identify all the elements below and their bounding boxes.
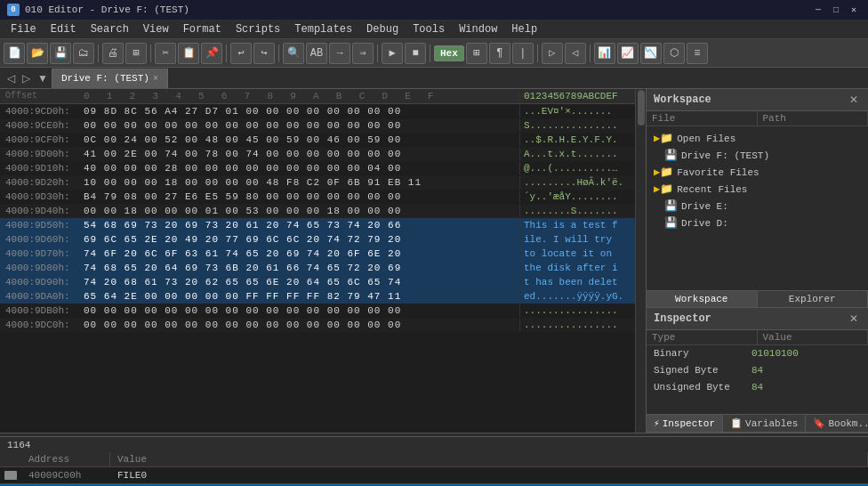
undo-button[interactable]: ↩ <box>230 43 252 64</box>
menu-window[interactable]: Window <box>452 21 504 37</box>
toolbar-separator-7 <box>537 45 538 62</box>
find-button[interactable]: 🔍 <box>283 43 304 64</box>
hex-bytes: 74 6F 20 6C 6F 63 61 74 65 20 69 74 20 6… <box>80 247 519 260</box>
find-value: FILE0 <box>110 469 868 482</box>
compare-button[interactable]: ⊞ <box>125 43 147 64</box>
tree-drive-e[interactable]: 💾 Drive E: <box>647 198 868 215</box>
save-all-button[interactable]: 🗂 <box>73 43 94 64</box>
hex-row[interactable]: 4000:9D80h: 74 68 65 20 64 69 73 6B 20 6… <box>0 261 635 275</box>
bookmarks-tab[interactable]: 🔖 Bookm... <box>806 415 868 432</box>
hex-row[interactable]: 4000:9CF0h: 0C 00 24 00 52 00 48 00 45 0… <box>0 133 635 147</box>
chart-btn[interactable]: 📊 <box>594 43 615 64</box>
inspector-columns: Type Value <box>647 330 868 345</box>
format-toggle[interactable]: ¶ <box>489 43 510 64</box>
open-button[interactable]: 📂 <box>27 43 48 64</box>
menu-help[interactable]: Help <box>504 21 544 37</box>
hex-content[interactable]: 4000:9CD0h: 09 8D 8C 56 A4 27 D7 01 00 0… <box>0 104 635 433</box>
hex-row[interactable]: 4000:9D90h: 74 20 68 61 73 20 62 65 65 6… <box>0 275 635 289</box>
hex-row[interactable]: 4000:9D50h: 54 68 69 73 20 69 73 20 61 2… <box>0 218 635 232</box>
new-file-button[interactable]: 📄 <box>4 43 25 64</box>
menu-search[interactable]: Search <box>84 21 136 37</box>
hex-row[interactable]: 4000:9DC0h: 00 00 00 00 00 00 00 00 00 0… <box>0 318 635 332</box>
drive-e-icon: 💾 <box>664 199 678 213</box>
minimize-button[interactable]: ─ <box>811 4 825 16</box>
hex-row[interactable]: 4000:9D10h: 40 00 00 00 28 00 00 00 00 0… <box>0 161 635 175</box>
chart-btn5[interactable]: ≡ <box>687 43 708 64</box>
tree-recent-files[interactable]: ▶📁 Recent Files <box>647 181 868 198</box>
bookmark-button[interactable]: ⇒ <box>352 43 374 64</box>
tab-label: Drive F: (TEST) <box>61 73 149 84</box>
tree-favorite-files[interactable]: ▶📁 Favorite Files <box>647 164 868 181</box>
hex-row[interactable]: 4000:9CD0h: 09 8D 8C 56 A4 27 D7 01 00 0… <box>0 104 635 118</box>
hex-scrollbar[interactable] <box>635 89 646 433</box>
col-button[interactable]: | <box>512 43 534 64</box>
hex-ascii: ´y..'æåY........ <box>519 190 635 203</box>
tree-drive-f[interactable]: 💾 Drive F: (TEST) <box>647 147 868 164</box>
hex-row[interactable]: 4000:9D40h: 00 00 18 00 00 00 01 00 53 0… <box>0 204 635 218</box>
print-button[interactable]: 🖨 <box>102 43 124 64</box>
hex-bytes: 00 00 00 00 00 00 00 00 00 00 00 00 00 0… <box>80 304 519 317</box>
replace-button[interactable]: AB <box>306 43 327 64</box>
workspace-tree: ▶📁 Open Files 💾 Drive F: (TEST) ▶📁 Favor… <box>647 126 868 290</box>
hex-row[interactable]: 4000:9D20h: 10 00 00 00 18 00 00 00 00 4… <box>0 175 635 190</box>
scrollbar-thumb[interactable] <box>638 90 645 126</box>
hex-row[interactable]: 4000:9D30h: B4 79 08 00 27 E6 E5 59 80 0… <box>0 190 635 204</box>
inspector-close-button[interactable]: ✕ <box>847 312 861 326</box>
hex-row[interactable]: 4000:9D70h: 74 6F 20 6C 6F 63 61 74 65 2… <box>0 247 635 261</box>
script-btn2[interactable]: ◁ <box>565 43 586 64</box>
menu-scripts[interactable]: Scripts <box>229 21 287 37</box>
grid-button[interactable]: ⊞ <box>466 43 487 64</box>
tab-close-button[interactable]: × <box>153 74 158 84</box>
goto-button[interactable]: → <box>329 43 350 64</box>
toolbar-separator-1 <box>98 45 99 62</box>
hex-row[interactable]: 4000:9D00h: 41 00 2E 00 74 00 78 00 74 0… <box>0 147 635 161</box>
tab-next-button[interactable]: ▷ <box>19 72 34 85</box>
menu-templates[interactable]: Templates <box>287 21 359 37</box>
menu-debug[interactable]: Debug <box>359 21 406 37</box>
hex-ascii: ..$.R.H.E.Y.F.Y. <box>519 134 635 146</box>
workspace-tab[interactable]: Workspace <box>647 291 758 307</box>
variables-tab[interactable]: 📋 Variables <box>723 415 806 432</box>
template-run-button[interactable]: ▶ <box>382 43 403 64</box>
inspector-tab[interactable]: ⚡ Inspector <box>647 415 723 432</box>
inspector-value: 84 <box>744 364 868 377</box>
save-button[interactable]: 💾 <box>50 43 71 64</box>
chart-btn3[interactable]: 📉 <box>640 43 662 64</box>
menu-format[interactable]: Format <box>176 21 229 37</box>
menu-tools[interactable]: Tools <box>406 21 452 37</box>
hex-ascii: S............... <box>519 119 635 132</box>
close-button[interactable]: ✕ <box>847 4 861 16</box>
tree-open-files[interactable]: ▶📁 Open Files <box>647 130 868 147</box>
hex-toggle[interactable]: Hex <box>434 45 464 61</box>
hex-row[interactable]: 4000:9CE0h: 00 00 00 00 00 00 00 00 00 0… <box>0 118 635 133</box>
maximize-button[interactable]: □ <box>829 4 843 16</box>
find-color-indicator <box>4 471 17 480</box>
hex-address: 4000:9CD0h: <box>0 105 80 117</box>
copy-button[interactable]: 📋 <box>178 43 199 64</box>
paste-button[interactable]: 📌 <box>201 43 222 64</box>
chart-btn4[interactable]: ⬡ <box>663 43 685 64</box>
explorer-tab[interactable]: Explorer <box>758 291 869 307</box>
cut-button[interactable]: ✂ <box>155 43 176 64</box>
inspector-title: Inspector <box>654 312 711 325</box>
template-stop-button[interactable]: ■ <box>405 43 426 64</box>
active-tab[interactable]: Drive F: (TEST) × <box>52 69 168 88</box>
hex-row[interactable]: 4000:9DA0h: 65 64 2E 00 00 00 00 00 FF F… <box>0 289 635 304</box>
inspector-body: Binary 01010100 Signed Byte 84 Unsigned … <box>647 345 868 414</box>
hex-ascii: This is a test f <box>519 219 635 231</box>
redo-button[interactable]: ↪ <box>253 43 275 64</box>
tab-prev-button[interactable]: ◁ <box>4 72 19 85</box>
hex-row[interactable]: 4000:9D60h: 69 6C 65 2E 20 49 20 77 69 6… <box>0 232 635 247</box>
find-result-row[interactable]: 40009C00h FILE0 <box>0 467 868 483</box>
hex-editor: Offset 0 1 2 3 4 5 6 7 8 9 A B C D E F 0… <box>0 89 635 433</box>
script-btn[interactable]: ▷ <box>542 43 563 64</box>
menu-view[interactable]: View <box>136 21 176 37</box>
chart-btn2[interactable]: 📈 <box>617 43 639 64</box>
menu-edit[interactable]: Edit <box>44 21 84 37</box>
menu-file[interactable]: File <box>4 21 44 37</box>
toolbar-separator-8 <box>590 45 591 62</box>
hex-row[interactable]: 4000:9DB0h: 00 00 00 00 00 00 00 00 00 0… <box>0 304 635 318</box>
tab-panel-button[interactable]: ▼ <box>34 72 52 85</box>
tree-drive-d[interactable]: 💾 Drive D: <box>647 215 868 231</box>
workspace-close-button[interactable]: ✕ <box>847 93 861 107</box>
